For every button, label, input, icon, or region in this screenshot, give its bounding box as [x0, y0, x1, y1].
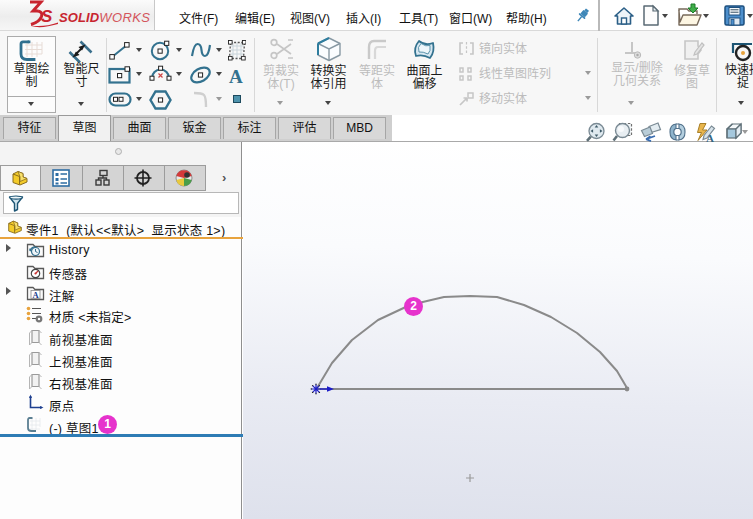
svg-text:A: A	[33, 290, 40, 300]
svg-text:SOLIDWORKS: SOLIDWORKS	[59, 10, 150, 25]
svg-text:S: S	[41, 7, 53, 26]
